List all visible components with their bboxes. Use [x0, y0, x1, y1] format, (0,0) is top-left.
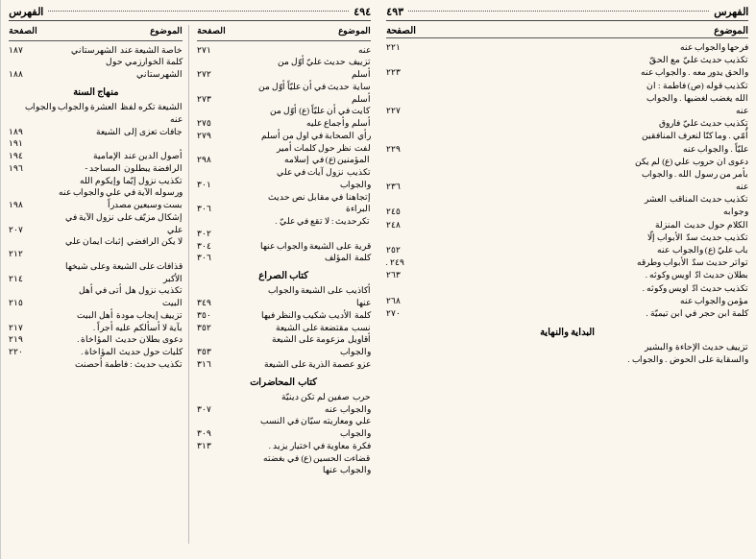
- entry-row: دعوى بطلان حديث المؤاخاة . ٢١٩: [9, 333, 183, 346]
- entry-row: بطلان حديث ادّ اويس وكوثه . ٢٦٣: [386, 269, 749, 281]
- section-title-almuhadarat: كتاب المحاضرات: [197, 376, 371, 389]
- entry-row: تزييف حديث الإحاءة والبشير: [386, 341, 749, 353]
- entry-subject: عليّاً . والجواب عنه: [683, 143, 748, 156]
- entry-subject: والجواب: [340, 179, 371, 191]
- entry-row: تكذيب قوله (ص) فاطمة : ان: [386, 80, 749, 92]
- section-title-minhaj: منهاج السنة: [9, 85, 183, 99]
- entry-page: ٢٧٥: [197, 117, 211, 130]
- entry-row: أسلم ٢٧٢: [197, 68, 371, 81]
- left-inner-col-header: الموضوع الصفحة: [9, 25, 183, 41]
- entry-row: قضاءت الحسين (ع) في بغضته: [197, 452, 371, 465]
- entry-page: ٢٧١: [197, 44, 211, 57]
- right-page-number: ٤٩٤: [354, 6, 371, 18]
- entry-page: ١٩٨: [9, 199, 23, 211]
- entry-row: تكرحديث : لا تقع في عليّ .: [197, 215, 371, 228]
- section-title-alsirae: كتاب الصراع: [197, 269, 371, 282]
- entry-subject: وجوابه: [723, 206, 748, 218]
- entry-page: ٢٢٧: [386, 105, 401, 117]
- entry-subject: قرية على الشيعة والجواب عنها: [260, 240, 371, 253]
- entry-subject: أسلم وأجماع عليه: [306, 117, 370, 130]
- entry-subject: البيت: [162, 297, 183, 309]
- entry-row: جافات تعزى إلى الشيعة ١٨٩: [9, 126, 183, 138]
- entry-row: عزو عصمة الذرية على الشيعة ٣١٦: [197, 358, 371, 371]
- entry-page: ٢١٢: [9, 248, 23, 260]
- entry-subject: أسلم: [352, 93, 371, 106]
- entry-row: فكرة معاوية في اختيار يزيد . ٣١٣: [197, 440, 371, 452]
- entry-subject: أصول الدين عند الإمامية: [93, 150, 182, 162]
- entry-row: رأي الصحابة في اول من أسلم ٢٧٩: [197, 130, 371, 142]
- entry-subject: عنه: [358, 44, 371, 57]
- entry-subject: أسلم: [352, 68, 371, 81]
- entry-row: وجوابه ٢٤٥: [386, 206, 749, 218]
- entry-row: عنه ٢٧١: [197, 44, 371, 57]
- entry-page: ٢٧٢: [197, 68, 211, 81]
- entry-row: كلمة المؤلف ٣٠٦: [197, 252, 371, 264]
- entry-page: ١٩٦: [9, 162, 23, 175]
- entry-page: ٢٠٧: [9, 224, 23, 236]
- entry-row: كلمة الخوارزمي حول: [9, 56, 183, 68]
- entry-row: ١٩١: [9, 137, 183, 150]
- entry-page: ١٩٤: [9, 150, 23, 162]
- entry-row: الأكبر ٢١٤: [9, 273, 183, 285]
- left-page-header-label: الصفحة: [386, 25, 416, 36]
- entry-subject: والجواب: [340, 427, 371, 440]
- entry-subject: بآية لا أسألكم عليه أجراً .: [93, 322, 183, 334]
- entry-page: ١٩١: [9, 137, 23, 150]
- entry-page: ٢٦٣: [386, 269, 401, 281]
- entry-page: ٢٧٩: [197, 130, 211, 142]
- right-page: الفهرس ٤٩٤ الموضوع الصفحة عنه ٢٧١ تزييف …: [0, 0, 378, 559]
- entry-subject: الرافضة يبطلون المساجد -: [85, 162, 183, 175]
- left-page-number: ٤٩٣: [386, 6, 403, 18]
- entry-subject: والجواب: [340, 346, 371, 358]
- right-page-title: الفهرس: [9, 6, 43, 18]
- entry-subject: كلمة الأديب شكيب والنظر فيها: [261, 309, 371, 322]
- entry-row: بآية لا أسألكم عليه أجراً . ٢١٧: [9, 322, 183, 334]
- entry-row: تكذيب حديث سدّ الأبواب إلّا: [386, 231, 749, 244]
- entry-row: كلمة الأديب شكيب والنظر فيها ٣٥٠: [197, 309, 371, 322]
- entry-row: ٣٠٢: [197, 228, 371, 240]
- entry-row: لا يكن الرافضي إثبات ايمان علي: [9, 235, 183, 248]
- entry-subject: عنه: [736, 105, 748, 117]
- entry-row: والجواب ٣٠١: [197, 179, 371, 191]
- entry-subject: الكلام حول حديث المنزلة: [655, 219, 748, 231]
- entry-page: ٢٧٠: [386, 307, 401, 320]
- entry-row: والجواب ٣٠٩: [197, 427, 371, 440]
- left-page-title: الفهرس: [714, 6, 748, 18]
- entry-row: أقاويل مزعومة على الشيعة: [197, 333, 371, 346]
- entry-row: والسقاية على الحوض . والجواب .: [386, 353, 749, 366]
- entry-row: خاصة الشيعة عند الشهرستاني ١٨٧: [9, 44, 183, 57]
- entry-row: والجواب ٣٥٣: [197, 346, 371, 358]
- entry-subject: المؤمنين (ع) في إسلامه: [284, 154, 370, 166]
- entry-subject: كلمة المؤلف: [325, 252, 370, 264]
- left-inner-col: الموضوع الصفحة خاصة الشيعة عند الشهرستان…: [9, 25, 189, 544]
- entry-subject: الشهرستاني: [136, 68, 183, 81]
- right-inner-subject-header: الموضوع: [338, 25, 371, 38]
- entry-row: البيت ٢١٥: [9, 297, 183, 309]
- entry-subject: عزو عصمة الذرية على الشيعة: [264, 358, 371, 371]
- entry-subject: فرحها والجواب عنه: [680, 41, 748, 54]
- entry-subject: رأي الصحابة في اول من أسلم: [261, 130, 371, 142]
- entry-row: أصول الدين عند الإمامية ١٩٤: [9, 150, 183, 162]
- entry-subject: بطلان حديث ادّ اويس وكوثه .: [646, 269, 748, 281]
- entry-subject: كلمة ابن حجر في ابن تيميّة .: [646, 307, 748, 320]
- entry-row: كايت في أن عليّاً (ع) أوّل من: [197, 105, 371, 117]
- entry-row: والجواب عنها: [197, 464, 371, 476]
- entry-row: إشكال مزيّف على نزول الآية في: [9, 211, 183, 224]
- entry-subject: مؤمن والجواب عنه: [680, 295, 748, 307]
- entry-page: ٣٠٧: [197, 403, 211, 416]
- entry-row: أسلم وأجماع عليه ٢٧٥: [197, 117, 371, 130]
- entry-subject: الأكبر: [163, 273, 183, 285]
- entry-row: نسب مقتضعة على الشيعة ٣٥٢: [197, 322, 371, 334]
- entry-row: أسلم ٢٧٣: [197, 93, 371, 106]
- header-dots: [408, 11, 710, 12]
- entry-page: ٣٠٤: [197, 240, 211, 253]
- entry-row: الرافضة يبطلون المساجد - ١٩٦: [9, 162, 183, 175]
- left-subject-header: الموضوع: [714, 25, 748, 36]
- entry-page: ١٨٧: [9, 44, 23, 57]
- entry-row: ساية حديث في أن عليّاً أوّل من: [197, 81, 371, 93]
- entry-row: فرحها والجواب عنه ٢٢١: [386, 41, 749, 54]
- entry-subject: بست وسبعين مصدراً: [108, 199, 183, 211]
- entry-subject: والجواب عنه: [325, 403, 370, 416]
- entry-row: تزييف حديث عليّ أوّل من: [197, 56, 371, 68]
- entry-page: ٣٠٢: [197, 228, 211, 240]
